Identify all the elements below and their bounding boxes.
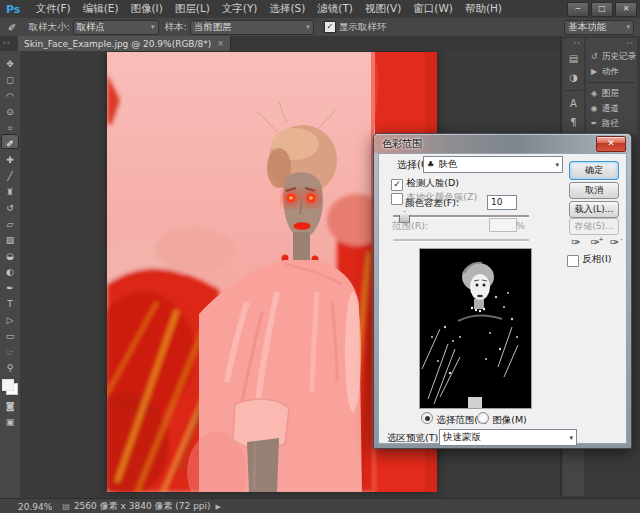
invert-checkbox[interactable]: ✓ <box>567 255 579 267</box>
chevron-down-icon: ▾ <box>620 23 630 31</box>
image-radio[interactable] <box>477 412 489 424</box>
path-selection-icon: ▷ <box>7 315 14 325</box>
selection-preview-thumbnail[interactable] <box>419 248 532 409</box>
menu-type[interactable]: 文字(Y) <box>216 2 264 16</box>
slider-track <box>393 239 529 241</box>
foreground-color-swatch[interactable] <box>2 379 14 391</box>
dock-collapse-icon[interactable]: ‹‹ <box>563 38 584 49</box>
healing-brush-tool[interactable]: ✚ <box>1 150 19 165</box>
gradient-icon: ▨ <box>6 235 15 245</box>
localized-clusters-checkbox[interactable]: ✓ <box>391 193 403 205</box>
selection-preview-dropdown[interactable]: 快速蒙版 ▾ <box>439 429 577 446</box>
crop-icon: ⌗ <box>7 123 12 133</box>
close-button[interactable]: ✕ <box>615 2 637 17</box>
screen-mode-button[interactable]: ▣ <box>1 412 19 427</box>
hand-tool[interactable]: ☞ <box>1 342 19 357</box>
crop-tool[interactable]: ⌗ <box>1 118 19 133</box>
window-controls: ─ □ ✕ <box>567 2 637 17</box>
eraser-icon: ▱ <box>7 219 14 229</box>
image-radio-row: 图像(M) <box>477 412 527 427</box>
photoshop-window: Ps 文件(F) 编辑(E) 图像(I) 图层(L) 文字(Y) 选择(S) 滤… <box>0 0 640 513</box>
minimize-button[interactable]: ─ <box>567 2 589 17</box>
toolbar-collapse-icon[interactable]: ‹‹ <box>3 39 11 47</box>
menu-window[interactable]: 窗口(W) <box>407 2 459 16</box>
marquee-tool[interactable]: ◻ <box>1 70 19 85</box>
sample-select[interactable]: 当前图层 ▾ <box>190 20 314 35</box>
actions-panel-tab[interactable]: ▶ 动作 <box>586 64 637 79</box>
history-panel-tab[interactable]: ↺ 历史记录 <box>586 49 637 64</box>
status-flyout-icon[interactable]: ▶ <box>216 503 221 511</box>
workspace-value: 基本功能 <box>568 21 606 34</box>
add-eyedropper-icon[interactable]: ✑+ <box>590 236 599 249</box>
subtract-eyedropper-icon[interactable]: ✑- <box>609 236 618 249</box>
menu-filter[interactable]: 滤镜(T) <box>311 2 359 16</box>
move-tool[interactable]: ✥ <box>1 54 19 69</box>
menu-view[interactable]: 视图(V) <box>359 2 407 16</box>
channels-panel-tab[interactable]: ◉ 通道 <box>586 101 637 116</box>
sample-size-select[interactable]: 取样点 ▾ <box>73 20 159 35</box>
chevron-down-icon: ▾ <box>300 23 310 31</box>
show-sampling-ring-checkbox[interactable]: ✓ <box>324 21 336 33</box>
adjustments-panel-icon[interactable]: ◑ <box>563 68 584 87</box>
dodge-tool[interactable]: ◐ <box>1 262 19 277</box>
workspace-select[interactable]: 基本功能 ▾ <box>564 20 634 35</box>
swatches-panel-icon[interactable]: ▤ <box>563 49 584 68</box>
cancel-button[interactable]: 取消 <box>569 182 619 199</box>
menu-image[interactable]: 图像(I) <box>124 2 168 16</box>
paths-panel-tab[interactable]: ✒ 路径 <box>586 116 637 131</box>
eyedropper-tool-icon[interactable]: ✐ <box>8 22 16 33</box>
history-brush-icon: ↺ <box>6 203 14 213</box>
load-button[interactable]: 载入(L)... <box>569 201 619 218</box>
quick-mask-mode-button[interactable]: ◙ <box>1 396 19 411</box>
blur-tool[interactable]: ◒ <box>1 246 19 261</box>
dialog-title: 色彩范围 <box>382 137 422 151</box>
zoom-tool[interactable]: ⚲ <box>1 358 19 373</box>
dock-divider <box>565 90 582 91</box>
menu-help[interactable]: 帮助(H) <box>459 2 508 16</box>
dialog-close-button[interactable]: ✕ <box>596 136 626 152</box>
ps-logo: Ps <box>6 3 20 16</box>
menu-edit[interactable]: 编辑(E) <box>77 2 125 16</box>
lasso-tool[interactable]: ◠ <box>1 86 19 101</box>
gradient-tool[interactable]: ▨ <box>1 230 19 245</box>
history-brush-tool[interactable]: ↺ <box>1 198 19 213</box>
shape-tool[interactable]: ▭ <box>1 326 19 341</box>
menu-file[interactable]: 文件(F) <box>29 2 76 16</box>
layers-panel-tab[interactable]: ◈ 图层 <box>586 86 637 101</box>
detect-faces-checkbox[interactable]: ✓ <box>391 179 403 191</box>
quick-selection-tool[interactable]: ⊙ <box>1 102 19 117</box>
dialog-titlebar[interactable]: 色彩范围 ✕ <box>374 134 631 153</box>
skin-tones-icon: ♣ <box>427 160 434 169</box>
eyedropper-tool[interactable]: ✐ <box>1 134 19 149</box>
dock-collapse-icon[interactable]: ‹‹ <box>586 38 637 49</box>
selection-radio[interactable] <box>421 412 433 424</box>
select-dropdown[interactable]: ♣ 肤色 ▾ <box>423 156 563 173</box>
select-value: 肤色 <box>438 158 457 171</box>
zoom-level[interactable]: 20.94% <box>18 502 52 512</box>
clone-stamp-tool[interactable]: ♜ <box>1 182 19 197</box>
chevron-down-icon: ▾ <box>145 23 155 31</box>
color-range-dialog: 色彩范围 ✕ 选择(C): ♣ 肤色 ▾ ✓ 检测人脸(D) ✓ 本地化颜色簇(… <box>373 133 632 449</box>
tab-row: ‹‹ Skin_Face_Example.jpg @ 20.9%(RGB/8*)… <box>0 36 560 52</box>
hand-icon: ☞ <box>6 347 14 357</box>
path-selection-tool[interactable]: ▷ <box>1 310 19 325</box>
tools-panel: ✥ ◻ ◠ ⊙ ⌗ ✐ ✚ ╱ ♜ ↺ ▱ ▨ ◒ ◐ ✒ T ▷ ▭ ☞ ⚲ … <box>0 51 21 501</box>
eraser-tool[interactable]: ▱ <box>1 214 19 229</box>
brush-tool[interactable]: ╱ <box>1 166 19 181</box>
invert-label: 反相(I) <box>582 253 611 264</box>
maximize-button[interactable]: □ <box>591 2 613 17</box>
pen-tool[interactable]: ✒ <box>1 278 19 293</box>
paragraph-panel-icon[interactable]: ¶ <box>563 113 584 132</box>
menu-select[interactable]: 选择(S) <box>263 2 311 16</box>
fuzziness-label: 颜色容差(F): <box>405 197 459 210</box>
type-tool[interactable]: T <box>1 294 19 309</box>
menu-layer[interactable]: 图层(L) <box>169 2 216 16</box>
channels-label: 通道 <box>602 103 619 115</box>
sample-eyedropper-icon[interactable]: ✑ <box>571 236 580 249</box>
blur-icon: ◒ <box>6 251 14 261</box>
ok-button[interactable]: 确定 <box>569 161 619 180</box>
fuzziness-input[interactable]: 10 <box>487 195 517 210</box>
character-panel-icon[interactable]: A <box>563 94 584 113</box>
document-tab[interactable]: Skin_Face_Example.jpg @ 20.9%(RGB/8*) × <box>18 36 231 51</box>
tab-close-icon[interactable]: × <box>217 39 224 48</box>
